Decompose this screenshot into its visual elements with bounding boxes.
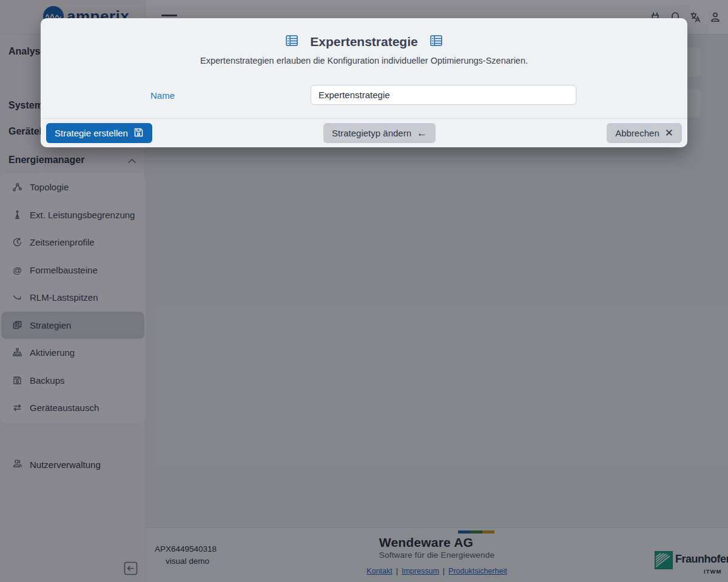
change-strategy-type-button[interactable]: Strategietyp ändern ← xyxy=(323,123,436,143)
create-strategy-button[interactable]: Strategie erstellen xyxy=(46,123,152,143)
button-label: Strategie erstellen xyxy=(55,128,128,138)
dialog-footer: Strategie erstellen Strategietyp ändern … xyxy=(41,118,687,147)
table-icon xyxy=(430,35,442,48)
dialog-description: Expertenstrategien erlauben die Konfigur… xyxy=(41,56,687,65)
cancel-button[interactable]: Abbrechen ✕ xyxy=(607,123,682,143)
button-label: Strategietyp ändern xyxy=(332,128,411,138)
button-label: Abbrechen xyxy=(615,128,659,138)
table-icon xyxy=(286,35,298,48)
back-arrow-icon: ← xyxy=(417,128,427,138)
save-floppy-icon xyxy=(133,127,144,139)
app-root: amperix Analyse Systemmonitor Gerätekonf… xyxy=(0,0,728,582)
close-icon: ✕ xyxy=(665,128,673,138)
expert-strategy-dialog: Expertenstrategie Expertenstrategien erl… xyxy=(41,18,687,147)
dialog-title: Expertenstrategie xyxy=(310,35,417,49)
name-field-label: Name xyxy=(150,90,175,101)
strategy-name-input[interactable] xyxy=(311,85,576,105)
